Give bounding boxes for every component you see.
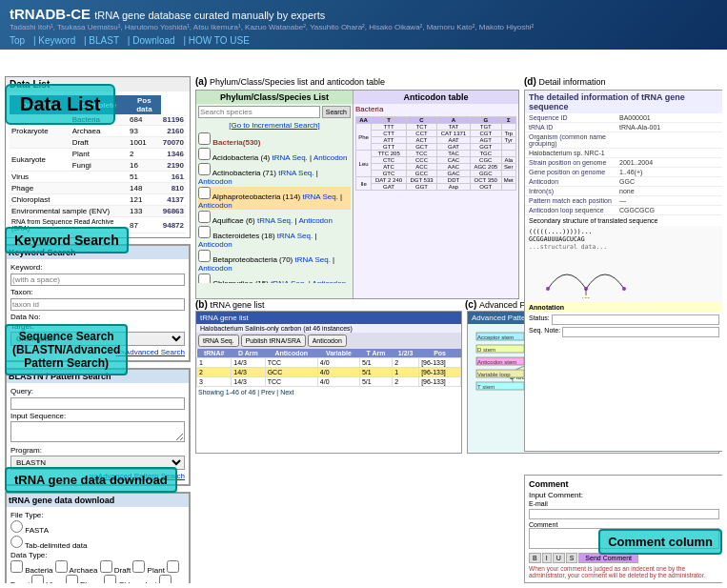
aqui-trna-link[interactable]: tRNA Seq. <box>257 216 293 225</box>
table-row: Chloroplast 121 4137 <box>10 194 186 206</box>
cell: CGC <box>470 157 501 164</box>
tab-radio[interactable] <box>10 536 23 548</box>
cell-pos: 70070 <box>161 137 186 149</box>
table-row: CTC CCC CAC CGC Ala <box>356 157 516 164</box>
target-label: Target: <box>10 322 185 331</box>
cell <box>501 124 515 131</box>
target-select[interactable]: Chloroplast ENA tRNA <box>10 332 185 346</box>
site-title: tRNADB-CE tRNA gene database curated man… <box>10 6 717 22</box>
col-trna: tRNA# <box>197 349 232 358</box>
anticodon-btn[interactable]: Anticodon <box>308 335 347 347</box>
publish-button[interactable]: Publish tRNA/SRA <box>241 335 306 347</box>
email-input[interactable] <box>529 509 719 519</box>
nav-top[interactable]: Top <box>10 35 25 46</box>
detail-anticodon: Anticodon GGC <box>525 177 722 187</box>
cb-phage[interactable] <box>66 575 78 583</box>
taxon-input[interactable] <box>10 298 185 311</box>
list-item: Bacteroidetes (18) tRNA Seq. | Anticodon <box>198 226 351 249</box>
query-label: Query: <box>10 387 185 395</box>
cell: TCT <box>406 124 436 131</box>
bacteria-list: Bacteria(530) Acidobacteria (4) tRNA Seq… <box>196 131 353 283</box>
cb-env[interactable] <box>159 575 172 583</box>
keyword-search-panel: Keyword Search Keyword: Taxon: Data No: … <box>5 244 191 362</box>
italic-button[interactable]: I <box>542 553 552 563</box>
comment-buttons: B I U S Send Comment <box>529 553 719 563</box>
col-datatype: Data Type <box>10 95 71 114</box>
cell: TGT <box>470 124 501 131</box>
seq-note-input[interactable] <box>562 327 719 337</box>
species-search-input[interactable] <box>198 106 320 118</box>
bold-button[interactable]: B <box>529 553 541 563</box>
acidobacteria-anticodon-link[interactable]: Anticodon <box>313 153 348 162</box>
col-complete: Complete <box>71 95 128 114</box>
advanced-search-link[interactable]: >>Advanced Search <box>10 348 185 356</box>
data-no-label: Data No: <box>10 313 185 321</box>
trna-seq-button[interactable]: tRNA Seq. <box>198 335 239 347</box>
cell-type: Eukaryote <box>10 149 71 172</box>
bact-trna-link[interactable]: tRNA Seq. <box>277 232 313 240</box>
alpha-check[interactable] <box>198 187 211 199</box>
species-list-panel: Phylum/Class/Species List Search [Go to … <box>196 91 353 299</box>
aqui-check[interactable] <box>198 211 211 223</box>
cb-archaea[interactable] <box>55 560 68 573</box>
cell: TAT <box>437 124 471 131</box>
table-row: GTT GCT GAT GGT <box>356 144 516 151</box>
chlamy-check[interactable] <box>198 274 211 283</box>
cell-type: Virus <box>10 172 128 183</box>
cb-draft[interactable] <box>100 560 112 573</box>
comment-textarea[interactable] <box>529 528 719 549</box>
authors: Tadashi Itoh¹, Tsukasa Uematsu¹, Harutom… <box>10 23 717 31</box>
species-search-button[interactable]: Search <box>322 106 351 118</box>
cell-sub: Plant <box>71 149 128 160</box>
acidobacteria-check[interactable] <box>198 148 211 160</box>
col-pos: Pos data <box>128 95 161 114</box>
query-input[interactable] <box>10 397 185 410</box>
fasta-option: FASTA <box>10 520 185 535</box>
send-comment-button[interactable]: Send Comment <box>578 553 638 563</box>
beta-anticodon-link[interactable]: Anticodon <box>198 264 232 273</box>
sequence-textarea[interactable] <box>10 421 185 442</box>
cb-fungi[interactable] <box>167 560 179 573</box>
bacteria-checkbox[interactable] <box>198 132 211 145</box>
cell: GGT <box>406 184 436 191</box>
actino-anticodon-link[interactable]: Anticodon <box>198 177 232 186</box>
bact-check[interactable] <box>198 226 211 238</box>
cell-pos: 94872 <box>161 217 186 233</box>
col-t: T <box>372 117 407 124</box>
panel-b-header: tRNA gene list <box>196 312 461 324</box>
underline-button[interactable]: U <box>553 553 565 563</box>
alpha-anticodon-link[interactable]: Anticodon <box>198 201 232 210</box>
status-input[interactable] <box>552 314 719 325</box>
nav-download[interactable]: Download <box>132 35 174 46</box>
goto-incremental-link[interactable]: [Go to Incremental Search] <box>196 120 353 131</box>
cell-type: Chloroplast <box>10 194 128 206</box>
cell: ACC <box>406 164 436 171</box>
cb-virus[interactable] <box>31 575 44 583</box>
cell-pos: [96-133] <box>419 368 461 377</box>
acidobacteria-trna-link[interactable]: tRNA Seq. <box>272 153 307 162</box>
beta-trna-link[interactable]: tRNA Seq. <box>295 255 331 264</box>
keyword-input[interactable] <box>10 274 185 286</box>
bact-anticodon-link[interactable]: Anticodon <box>198 240 232 249</box>
chlamy-anticodon-link[interactable]: Anticodon <box>313 279 347 283</box>
cell: CTC <box>372 157 407 164</box>
detail-strain: Strain position on genome 2001..2004 <box>525 158 722 168</box>
table-row: 2 14/3 GCC 4/0 5/1 1 [96-133] <box>197 368 461 377</box>
alpha-trna-link[interactable]: tRNA Seq. <box>303 193 338 201</box>
actino-check[interactable] <box>198 163 211 175</box>
advanced-pattern-link[interactable]: >>Advanced Pattern Search <box>10 472 185 480</box>
cb-chloroplast[interactable] <box>104 575 116 583</box>
strikethrough-button[interactable]: S <box>566 553 578 563</box>
beta-check[interactable] <box>198 250 211 262</box>
actino-trna-link[interactable]: tRNA Seq. <box>278 169 313 177</box>
aqui-anticodon-link[interactable]: Anticodon <box>298 216 333 225</box>
chlamy-trna-link[interactable]: tRNA Seq. <box>271 279 306 283</box>
nav-keyword[interactable]: Keyword <box>38 35 75 46</box>
cb-bacteria[interactable] <box>10 560 23 573</box>
fasta-radio[interactable] <box>10 520 23 533</box>
cb-plant[interactable] <box>132 560 145 573</box>
nav-howto[interactable]: HOW TO USE <box>189 35 250 46</box>
col-tarm: T Arm <box>359 349 392 358</box>
program-select[interactable]: BLASTN tRNA <box>10 456 185 470</box>
nav-blast[interactable]: BLAST <box>89 35 119 46</box>
